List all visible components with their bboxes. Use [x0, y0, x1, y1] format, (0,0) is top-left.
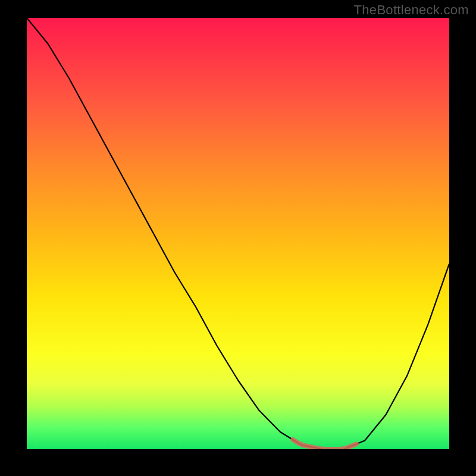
- valley-highlight: [293, 440, 356, 449]
- plot-area: [27, 18, 449, 449]
- bottleneck-curve: [27, 18, 449, 449]
- chart-frame: TheBottleneck.com: [0, 0, 476, 476]
- curve-layer: [27, 18, 449, 449]
- watermark-text: TheBottleneck.com: [354, 2, 469, 18]
